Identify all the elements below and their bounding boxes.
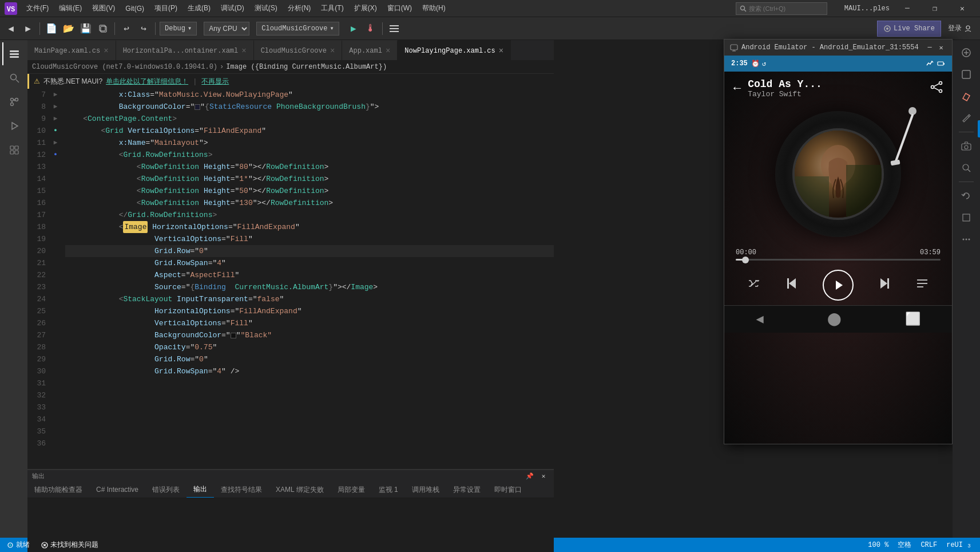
output-tab-a11y[interactable]: 辅助功能检查器 (27, 482, 89, 498)
phone-nav-home[interactable]: ⬤ (827, 312, 842, 327)
save-all-button[interactable] (96, 21, 110, 36)
output-tab-locals[interactable]: 局部变量 (331, 482, 372, 498)
restore-button[interactable]: ❐ (922, 0, 948, 17)
right-sidebar-icon-2[interactable] (956, 64, 977, 85)
tab-close[interactable]: × (386, 46, 390, 56)
play-button[interactable] (823, 270, 854, 301)
right-sidebar-icon-eraser[interactable] (956, 86, 977, 107)
playlist-button[interactable] (915, 277, 929, 294)
live-share-button[interactable]: Live Share (877, 21, 941, 37)
phone-nav-recent[interactable]: ⬜ (905, 312, 921, 327)
redo-button[interactable]: ↪ (136, 21, 151, 36)
menu-project[interactable]: 项目(P) (150, 2, 182, 15)
next-button[interactable] (877, 276, 892, 294)
attach-button[interactable]: 🌡 (363, 21, 378, 36)
output-tab-exceptions[interactable]: 异常设置 (446, 482, 487, 498)
warning-dismiss[interactable]: 不再显示 (201, 77, 229, 86)
phone-share-button[interactable] (930, 81, 943, 96)
close-button[interactable]: ✕ (949, 0, 975, 17)
sidebar-explorer[interactable] (2, 42, 25, 65)
tab-close[interactable]: × (330, 46, 335, 56)
menu-debug[interactable]: 调试(D) (216, 2, 249, 15)
status-errors[interactable]: 未找到相关问题 (39, 540, 101, 550)
status-line-ending[interactable]: CRLF (918, 541, 939, 549)
status-encoding[interactable]: 空格 (895, 540, 914, 550)
minimize-button[interactable]: ─ (894, 0, 921, 17)
svg-rect-8 (390, 31, 399, 32)
menu-edit[interactable]: 编辑(E) (54, 2, 86, 15)
breadcrumb-project[interactable]: CloudMusicGroove (net7.0-windows10.0.190… (32, 63, 217, 71)
save-button[interactable]: 💾 (78, 21, 93, 36)
phone-back-button[interactable]: ← (733, 81, 741, 96)
phone-nav-back[interactable]: ◀ (756, 312, 763, 327)
output-tab-watch[interactable]: 监视 1 (372, 482, 405, 498)
account-button[interactable]: 登录 (943, 23, 977, 33)
output-tab-errors[interactable]: 错误列表 (145, 482, 187, 498)
phone-sync-icon[interactable]: ↺ (762, 60, 766, 68)
svg-rect-23 (10, 151, 14, 154)
tab-horizontalpa[interactable]: HorizontalPa...ontainer.xaml × (116, 40, 254, 60)
menu-window[interactable]: 窗口(W) (383, 2, 416, 15)
right-sidebar-camera[interactable] (956, 136, 977, 156)
sidebar-debug[interactable] (2, 115, 25, 137)
svg-rect-40 (795, 176, 829, 218)
output-tab-callstack[interactable]: 调用堆栈 (405, 482, 446, 498)
tab-appxaml[interactable]: App.xaml × (342, 40, 398, 60)
status-branch[interactable]: 就绪 (5, 540, 32, 550)
back-button[interactable]: ◀ (3, 21, 18, 36)
output-tab-find[interactable]: 查找符号结果 (214, 482, 269, 498)
sidebar-search[interactable] (2, 66, 25, 89)
tab-close[interactable]: × (499, 46, 503, 56)
menu-extensions[interactable]: 扩展(X) (350, 2, 382, 15)
output-tab-csharp[interactable]: C# Interactive (89, 482, 145, 498)
open-button[interactable]: 📂 (61, 21, 76, 36)
new-file-button[interactable]: 📄 (44, 21, 59, 36)
status-notifications[interactable]: reUI 3 (944, 541, 975, 549)
output-pin[interactable]: 📌 (524, 471, 535, 482)
sidebar-extensions[interactable] (2, 139, 25, 161)
shuffle-button[interactable] (747, 277, 761, 294)
menu-test[interactable]: 测试(S) (250, 2, 282, 15)
platform-selector[interactable]: Any CPU (204, 22, 249, 36)
right-sidebar-icon-pencil[interactable] (956, 108, 977, 128)
tab-mainpage[interactable]: MainPage.xaml.cs × (27, 40, 116, 60)
menu-tools[interactable]: 工具(T) (316, 2, 348, 15)
toolbar-sep-3 (155, 22, 156, 35)
tab-close[interactable]: × (241, 46, 246, 56)
prev-button[interactable] (784, 276, 799, 294)
search-input[interactable] (749, 5, 823, 12)
menu-git[interactable]: Git(G) (121, 3, 149, 14)
output-close[interactable]: ✕ (538, 471, 549, 482)
right-sidebar-crop[interactable] (956, 207, 977, 228)
menu-analyze[interactable]: 分析(N) (283, 2, 316, 15)
right-sidebar-zoom[interactable] (956, 157, 977, 178)
code-lines[interactable]: x:Class="MatoMusic.View.NowPlayingPage" … (61, 89, 554, 469)
right-sidebar-undo[interactable] (956, 186, 977, 206)
svg-marker-45 (880, 278, 887, 289)
emulator-close[interactable]: ✕ (936, 42, 946, 53)
project-selector[interactable]: CloudMusicGroove ▾ (256, 22, 339, 36)
menu-help[interactable]: 帮助(H) (418, 2, 450, 15)
right-sidebar-more[interactable] (956, 229, 977, 250)
search-box[interactable] (736, 2, 827, 15)
debug-config-selector[interactable]: Debug ▾ (160, 22, 197, 36)
menu-view[interactable]: 视图(V) (88, 2, 120, 15)
tab-nowplayingpage[interactable]: NowPlayingPage.xaml.cs × (398, 40, 511, 60)
undo-button[interactable]: ↩ (119, 21, 134, 36)
output-tab-immediate[interactable]: 即时窗口 (487, 482, 529, 498)
status-zoom[interactable]: 100 % (866, 541, 891, 549)
output-tab-output[interactable]: 输出 (187, 482, 214, 498)
emulator-minimize[interactable]: ─ (925, 42, 935, 53)
sidebar-git[interactable] (2, 90, 25, 113)
right-sidebar-icon-1[interactable] (956, 42, 977, 63)
tab-cloudmusicgroove[interactable]: CloudMusicGroove × (254, 40, 343, 60)
menu-file[interactable]: 文件(F) (22, 2, 53, 15)
output-tab-xaml[interactable]: XAML 绑定失败 (269, 482, 331, 498)
menu-build[interactable]: 生成(B) (183, 2, 215, 15)
warning-link[interactable]: 单击此处以了解详细信息！ (106, 77, 188, 86)
tab-close[interactable]: × (104, 46, 108, 56)
right-sidebar-divider (959, 132, 974, 132)
run-button[interactable]: ▶ (346, 21, 361, 36)
toolbar-more[interactable] (387, 21, 402, 36)
forward-button[interactable]: ▶ (21, 21, 35, 36)
